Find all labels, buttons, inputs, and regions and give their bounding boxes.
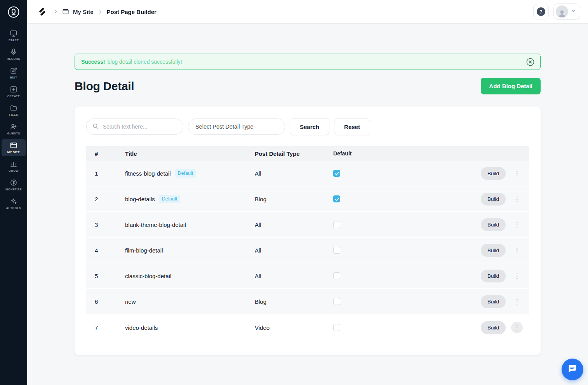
alert-message: blog detail cloned successfully! [107, 59, 182, 65]
table-row: 6 new Blog Build [86, 289, 529, 315]
kebab-icon[interactable] [511, 244, 523, 256]
edit-icon [10, 67, 17, 75]
main-content: Success! blog detail cloned successfully… [27, 23, 588, 385]
filters-bar: Select Post Detail Type Search Reset [86, 118, 529, 135]
chevron-right-icon [53, 9, 58, 14]
record-icon [10, 48, 17, 56]
default-checkbox[interactable] [333, 324, 340, 331]
search-button[interactable]: Search [290, 118, 329, 135]
sidebar-item-label: AI TOOLS [6, 206, 21, 210]
header-default: Default [333, 150, 523, 157]
sidebar-item-label: GROW [9, 169, 19, 172]
start-icon [10, 30, 17, 37]
row-title: blank-theme-blog-detail [125, 221, 255, 228]
row-number: 1 [86, 170, 125, 177]
sidebar-item-label: EDIT [10, 76, 17, 79]
build-button[interactable]: Build [481, 167, 506, 180]
row-title: film-blog-detail [125, 247, 255, 254]
sidebar-item-grow[interactable]: GROW [2, 158, 26, 175]
sidebar-item-label: GUESTS [7, 132, 20, 135]
breadcrumb-my-site[interactable]: My Site [73, 9, 94, 15]
sidebar-item-label: CREATE [7, 94, 20, 98]
grow-icon [10, 160, 17, 168]
sidebar-item-edit[interactable]: EDIT [2, 64, 26, 82]
row-number: 3 [86, 221, 125, 228]
build-button[interactable]: Build [481, 218, 506, 231]
header-post-detail-type: Post Detail Type [255, 150, 333, 157]
sidebar-item-label: RECORD [7, 57, 21, 61]
brand-logo[interactable] [37, 7, 47, 17]
kebab-icon[interactable] [511, 193, 523, 205]
kebab-icon[interactable] [511, 322, 523, 333]
default-checkbox[interactable] [333, 298, 340, 305]
sidebar-item-record[interactable]: RECORD [2, 46, 26, 63]
sidebar-item-create[interactable]: CREATE [2, 83, 26, 100]
build-button[interactable]: Build [481, 193, 506, 206]
kebab-icon[interactable] [511, 296, 523, 307]
default-checkbox[interactable] [333, 221, 340, 228]
kebab-icon[interactable] [511, 270, 523, 282]
avatar [556, 5, 568, 18]
page-title: Blog Detail [75, 80, 134, 93]
header-number: # [86, 150, 125, 157]
row-actions: Build [481, 193, 529, 206]
default-checkbox[interactable] [333, 272, 340, 279]
row-default-cell [333, 298, 481, 305]
row-default-cell [333, 272, 481, 279]
build-button[interactable]: Build [481, 244, 506, 257]
sidebar-item-files[interactable]: FILES [2, 102, 26, 119]
row-title-text: new [125, 298, 136, 305]
row-actions: Build [481, 295, 529, 308]
browser-icon [62, 8, 69, 15]
row-number: 5 [86, 273, 125, 279]
add-blog-detail-button[interactable]: Add Blog Detail [481, 78, 541, 94]
sidebar-item-label: FILES [9, 113, 18, 117]
default-checkbox[interactable] [333, 170, 340, 177]
build-button[interactable]: Build [481, 321, 506, 334]
guests-icon [10, 123, 17, 131]
breadcrumb-current-page: Post Page Builder [107, 9, 157, 15]
chevron-right-icon [97, 9, 103, 14]
table-row: 5 classic-blog-detail All Build [86, 263, 529, 289]
default-checkbox[interactable] [333, 195, 340, 202]
chat-fab-button[interactable] [562, 359, 583, 380]
sidebar-item-start[interactable]: START [2, 27, 26, 44]
table-header-row: # Title Post Detail Type Default [86, 146, 529, 161]
close-icon[interactable] [526, 57, 535, 66]
row-title-text: classic-blog-detail [125, 273, 171, 279]
podcastle-logo[interactable] [0, 0, 27, 24]
help-icon: ? [537, 7, 545, 16]
row-number: 6 [86, 298, 125, 305]
default-checkbox[interactable] [333, 247, 340, 254]
kebab-icon[interactable] [511, 167, 523, 179]
search-input[interactable] [102, 123, 177, 130]
build-button[interactable]: Build [481, 295, 506, 308]
sidebar-item-ai-tools[interactable]: AI TOOLS [2, 195, 26, 212]
kebab-icon[interactable] [511, 219, 523, 230]
row-post-detail-type: Blog [255, 196, 333, 202]
row-default-cell [333, 324, 481, 331]
row-title-text: film-blog-detail [125, 247, 163, 254]
reset-button[interactable]: Reset [334, 118, 370, 135]
sidebar-nav: START RECORD EDIT CREATE FILES GUESTS MY… [0, 24, 27, 215]
sidebar-item-monetize[interactable]: MONETIZE [2, 176, 26, 193]
table-row: 1 fitness-blog-detail Default All Build [86, 161, 529, 186]
row-post-detail-type: All [255, 170, 333, 177]
row-title: classic-blog-detail [125, 273, 255, 279]
table-row: 3 blank-theme-blog-detail All Build [86, 212, 529, 238]
default-badge: Default [159, 195, 181, 203]
row-default-cell [333, 195, 481, 202]
sidebar-item-my-site[interactable]: MY SITE [2, 139, 26, 156]
help-button[interactable]: ? [533, 4, 549, 19]
post-detail-type-select[interactable]: Select Post Detail Type [188, 118, 285, 135]
chat-bubble-icon [567, 364, 578, 376]
sidebar-item-guests[interactable]: GUESTS [2, 120, 26, 138]
build-button[interactable]: Build [481, 270, 506, 282]
sidebar-item-label: MY SITE [7, 150, 20, 154]
row-title-text: fitness-blog-detail [125, 170, 171, 177]
account-menu-button[interactable] [553, 3, 580, 20]
row-title: video-details [125, 324, 255, 331]
row-default-cell [333, 247, 481, 254]
header-title: Title [125, 150, 255, 157]
row-title: blog-details Default [125, 195, 255, 203]
